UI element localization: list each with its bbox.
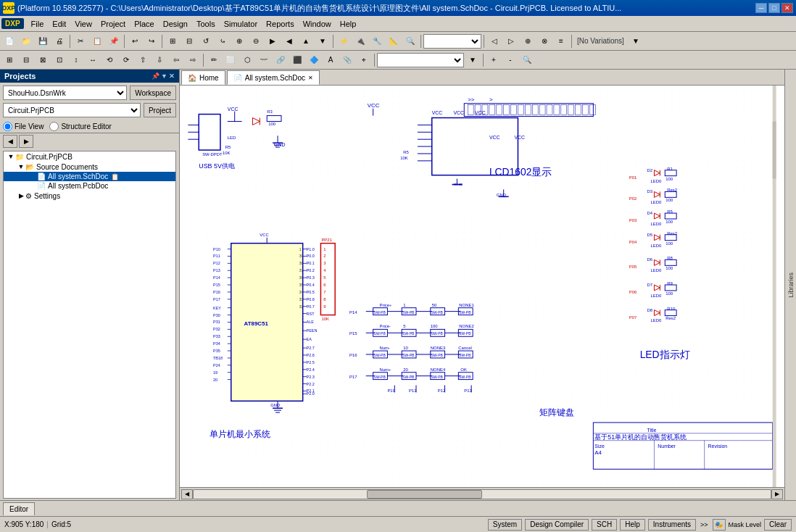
tb-btn1[interactable]: ⊞ [165, 33, 181, 49]
schematic-canvas[interactable]: USB 5V供电 VCC R3 100 GND [180, 86, 784, 487]
tab-close-btn[interactable]: ✕ [308, 75, 313, 81]
tree-source-docs[interactable]: ▼ 📂 Source Documents [4, 162, 175, 172]
menu-tools[interactable]: Tools [192, 18, 220, 30]
tb2-btn17[interactable]: 🔗 [273, 52, 289, 68]
tb-btn12[interactable]: 🔌 [352, 33, 368, 49]
tb2-btn16[interactable]: 〰 [256, 52, 272, 68]
workspace-btn[interactable]: Workspace [130, 86, 176, 100]
tb-btn7[interactable]: ▶ [265, 33, 281, 49]
panel-minimize-btn[interactable]: ▼ [161, 72, 167, 80]
file-view-label[interactable]: File View [3, 122, 43, 131]
open-btn[interactable]: 📁 [18, 33, 34, 49]
menu-project[interactable]: Project [96, 18, 130, 30]
tb-btn10[interactable]: ▼ [315, 33, 331, 49]
tb-btn5[interactable]: ⊕ [231, 33, 247, 49]
tb2-btn11[interactable]: ⇦ [168, 52, 184, 68]
libraries-tab[interactable]: Libraries [786, 270, 796, 301]
tree-schematic[interactable]: 📄 All system.SchDoc 📋 [4, 172, 175, 181]
tree-back-btn[interactable]: ◀ [3, 135, 17, 148]
maximize-button[interactable]: □ [768, 3, 780, 13]
tb2-btn20[interactable]: A [323, 52, 339, 68]
menu-edit[interactable]: Edit [48, 18, 70, 30]
menu-design[interactable]: Design [159, 18, 192, 30]
tb-nav2[interactable]: ▷ [503, 33, 519, 49]
tb2-zoom1[interactable]: + [486, 52, 502, 68]
tb-btn13[interactable]: 🔧 [369, 33, 385, 49]
tb2-btn14[interactable]: ⬜ [223, 52, 239, 68]
panel-pin-btn[interactable]: 📌 [152, 72, 159, 80]
new-btn[interactable]: 📄 [1, 33, 17, 49]
print-btn[interactable]: 🖨 [51, 33, 67, 49]
variations-dropdown[interactable]: ▼ [628, 33, 644, 49]
tree-forward-btn[interactable]: ▶ [19, 135, 33, 148]
menu-reports[interactable]: Reports [262, 18, 299, 30]
tb2-zoom2[interactable]: - [502, 52, 518, 68]
tb2-btn19[interactable]: 🔷 [306, 52, 322, 68]
tb-nav5[interactable]: ≡ [553, 33, 569, 49]
tb-nav4[interactable]: ⊗ [536, 33, 552, 49]
structure-editor-radio[interactable] [49, 122, 59, 131]
expand-icon[interactable]: >> [699, 521, 710, 528]
clear-button[interactable]: Clear [764, 519, 792, 531]
redo-btn[interactable]: ↪ [144, 33, 159, 49]
tb2-btn3[interactable]: ⊠ [35, 52, 51, 68]
menu-window[interactable]: Window [299, 18, 336, 30]
tb2-btn18[interactable]: ⬛ [289, 52, 305, 68]
tb-btn14[interactable]: 📐 [386, 33, 402, 49]
tb2-btn7[interactable]: ⟲ [101, 52, 117, 68]
source-toggle[interactable]: ▼ [17, 162, 25, 171]
tb-btn4[interactable]: ⤿ [215, 33, 231, 49]
tb2-btn8[interactable]: ⟳ [118, 52, 134, 68]
file-view-radio[interactable] [3, 122, 12, 131]
menu-file[interactable]: File [27, 18, 49, 30]
tb2-zoom3[interactable]: 🔍 [519, 52, 535, 68]
scrollbar-thumb[interactable] [367, 490, 482, 499]
toolbar-combo2[interactable] [377, 53, 464, 67]
tb-nav1[interactable]: ◁ [486, 33, 502, 49]
cut-btn[interactable]: ✂ [72, 33, 88, 49]
copy-btn[interactable]: 📋 [89, 33, 105, 49]
tb2-combo-btn[interactable]: ▼ [465, 52, 481, 68]
tab-schematic[interactable]: 📄 All system.SchDoc ✕ [227, 70, 320, 85]
tb-nav3[interactable]: ⊕ [520, 33, 536, 49]
paste-btn[interactable]: 📌 [106, 33, 122, 49]
tb2-btn13[interactable]: ✏ [206, 52, 222, 68]
design-compiler-btn[interactable]: Design Compiler [525, 519, 589, 531]
structure-editor-label[interactable]: Structure Editor [49, 122, 111, 131]
project-btn[interactable]: Project [144, 103, 176, 117]
tree-settings[interactable]: ▶ ⚙ Settings [4, 191, 175, 201]
instruments-btn[interactable]: Instruments [648, 519, 696, 531]
tb2-btn5[interactable]: ↕ [68, 52, 84, 68]
h-scrollbar[interactable] [193, 489, 771, 499]
tb2-btn9[interactable]: ⇧ [135, 52, 151, 68]
settings-toggle[interactable]: ▶ [17, 191, 25, 200]
scroll-left-btn[interactable]: ◀ [181, 489, 193, 499]
menu-view[interactable]: View [70, 18, 96, 30]
close-button[interactable]: ✕ [782, 3, 793, 13]
system-btn[interactable]: System [488, 519, 522, 531]
menu-help[interactable]: Help [336, 18, 361, 30]
menu-place[interactable]: Place [130, 18, 159, 30]
tree-root[interactable]: ▼ 📁 Circuit.PrjPCB [4, 151, 175, 162]
tb2-btn15[interactable]: ⬡ [239, 52, 255, 68]
tab-home[interactable]: 🏠 Home [181, 70, 225, 85]
toolbar-combo[interactable] [423, 34, 481, 49]
mask-icon-btn[interactable]: 🎭 [713, 519, 726, 531]
root-toggle[interactable]: ▼ [7, 152, 15, 161]
sch-btn[interactable]: SCH [592, 519, 617, 531]
tb-btn15[interactable]: 🔍 [402, 33, 418, 49]
tb2-btn4[interactable]: ⊡ [51, 52, 67, 68]
tb-btn8[interactable]: ◀ [281, 33, 297, 49]
scroll-right-btn[interactable]: ▶ [771, 489, 783, 499]
tb2-btn2[interactable]: ⊟ [18, 52, 34, 68]
tb-btn6[interactable]: ⊖ [248, 33, 264, 49]
tb2-btn6[interactable]: ↔ [85, 52, 101, 68]
help-btn[interactable]: Help [620, 519, 645, 531]
dxp-menu[interactable]: DXP [1, 18, 24, 29]
tb-btn9[interactable]: ▲ [298, 33, 314, 49]
undo-btn[interactable]: ↩ [127, 33, 143, 49]
minimize-button[interactable]: ─ [755, 3, 767, 13]
project-combo[interactable]: Circuit.PrjPCB [3, 103, 141, 117]
tb-btn11[interactable]: ⚡ [336, 33, 352, 49]
tb2-btn12[interactable]: ⇨ [185, 52, 201, 68]
